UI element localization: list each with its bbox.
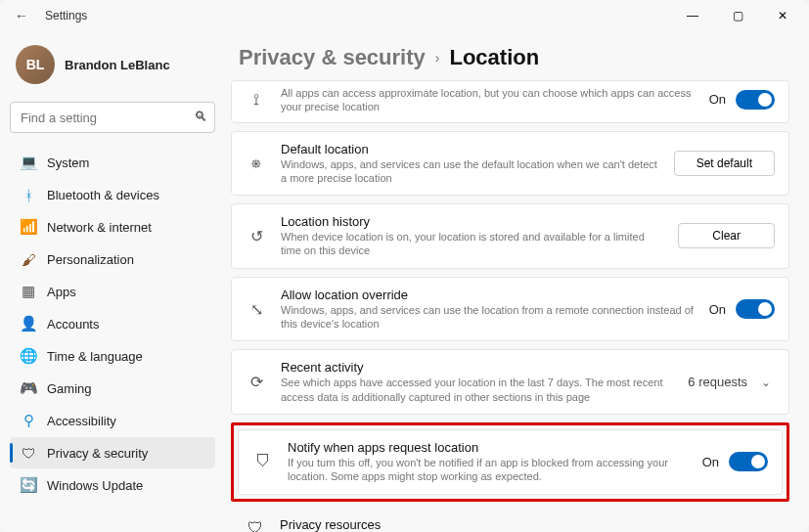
sidebar-item-label: System (47, 155, 89, 170)
main-panel: Privacy & security › Location ⟟ All apps… (225, 31, 809, 532)
profile[interactable]: BL Brandon LeBlanc (10, 39, 215, 90)
card-title: Privacy resources (280, 517, 709, 532)
search-container: 🔍︎ (10, 102, 215, 133)
search-input[interactable] (10, 102, 215, 133)
card-location-history: ↺ Location history When device location … (231, 203, 789, 269)
sidebar-item-system[interactable]: 💻System (10, 147, 215, 178)
card-desc: When device location is on, your locatio… (281, 230, 664, 258)
breadcrumb-parent[interactable]: Privacy & security (239, 45, 426, 70)
settings-window: ← Settings — ▢ ✕ BL Brandon LeBlanc 🔍︎ 💻… (0, 0, 809, 532)
toggle-approximate[interactable] (736, 90, 775, 110)
card-desc: See which apps have accessed your locati… (281, 376, 674, 404)
nav-icon: 📶 (20, 218, 37, 236)
breadcrumb: Privacy & security › Location (231, 31, 789, 80)
nav-icon: 🌐 (20, 347, 37, 365)
request-count: 6 requests (688, 375, 747, 389)
sidebar-item-apps[interactable]: ▦Apps (10, 276, 215, 307)
avatar: BL (16, 45, 55, 84)
nav-icon: 🖌 (20, 250, 37, 268)
profile-name: Brandon LeBlanc (65, 58, 170, 72)
sidebar-item-privacy-security[interactable]: 🛡Privacy & security (10, 437, 215, 468)
sidebar-item-label: Time & language (47, 349, 143, 364)
card-location-override: ⤡ Allow location override Windows, apps,… (231, 277, 789, 342)
maximize-button[interactable]: ▢ (715, 0, 760, 31)
highlight-annotation: ⛉ Notify when apps request location If y… (231, 422, 789, 502)
nav-icon: 👤 (20, 315, 37, 332)
nav-icon: ᚼ (20, 186, 37, 203)
card-default-location: ⎈ Default location Windows, apps, and se… (231, 131, 789, 197)
sidebar-item-label: Apps (47, 285, 76, 299)
sidebar-item-label: Personalization (47, 252, 134, 267)
notify-icon: ⛉ (252, 451, 274, 472)
back-button[interactable]: ← (4, 8, 39, 23)
card-notify-apps: ⛉ Notify when apps request location If y… (238, 429, 783, 495)
sidebar-item-windows-update[interactable]: 🔄Windows Update (10, 469, 215, 501)
toggle-notify[interactable] (729, 452, 768, 471)
sidebar-item-label: Accessibility (47, 414, 116, 428)
close-button[interactable]: ✕ (760, 0, 805, 31)
nav-icon: 🎮 (20, 379, 37, 397)
nav-icon: 🔄 (20, 476, 37, 494)
clock-icon: ⟳ (246, 372, 267, 393)
sidebar: BL Brandon LeBlanc 🔍︎ 💻SystemᚼBluetooth … (0, 31, 225, 532)
card-recent-activity[interactable]: ⟳ Recent activity See which apps have ac… (231, 349, 789, 415)
history-icon: ↺ (246, 225, 267, 246)
sidebar-item-bluetooth-devices[interactable]: ᚼBluetooth & devices (10, 179, 215, 210)
toggle-override[interactable] (736, 299, 775, 319)
search-icon: 🔍︎ (194, 109, 207, 124)
card-privacy-resources: 🛡 Privacy resources About these settings… (231, 510, 789, 532)
sidebar-item-label: Bluetooth & devices (47, 188, 159, 202)
card-desc: Windows, apps, and services can use the … (281, 157, 660, 186)
sidebar-item-accessibility[interactable]: ⚲Accessibility (10, 405, 215, 436)
toggle-state-label: On (709, 92, 726, 107)
titlebar: ← Settings — ▢ ✕ (0, 0, 809, 31)
chevron-right-icon: › (435, 50, 440, 66)
minimize-button[interactable]: — (670, 0, 715, 31)
card-desc: Windows, apps, and services can use the … (281, 303, 696, 332)
sidebar-item-label: Accounts (47, 317, 99, 332)
card-title: Recent activity (281, 360, 674, 375)
sidebar-item-personalization[interactable]: 🖌Personalization (10, 244, 215, 275)
shield-icon: 🛡 (245, 517, 266, 532)
card-approximate-location: ⟟ All apps can access approximate locati… (231, 80, 789, 123)
chevron-down-icon: ⌄ (757, 376, 775, 389)
toggle-state-label: On (709, 302, 726, 317)
nav-icon: 🛡 (20, 444, 37, 462)
card-title: Default location (281, 142, 660, 156)
sidebar-item-label: Network & internet (47, 220, 152, 235)
set-default-button[interactable]: Set default (674, 151, 775, 176)
sidebar-item-accounts[interactable]: 👤Accounts (10, 308, 215, 339)
nav-icon: ▦ (20, 283, 37, 300)
card-desc: All apps can access approximate location… (281, 86, 696, 114)
nav-list: 💻SystemᚼBluetooth & devices📶Network & in… (10, 147, 215, 501)
sidebar-item-label: Windows Update (47, 478, 143, 493)
slider-icon: ⟟ (246, 89, 267, 111)
card-title: Allow location override (281, 288, 696, 302)
sidebar-item-label: Privacy & security (47, 446, 148, 461)
window-title: Settings (45, 9, 87, 22)
map-pin-icon: ⎈ (246, 153, 267, 174)
clear-button[interactable]: Clear (678, 223, 775, 248)
sidebar-item-label: Gaming (47, 381, 92, 396)
sidebar-item-time-language[interactable]: 🌐Time & language (10, 340, 215, 372)
breadcrumb-current: Location (449, 45, 539, 70)
nav-icon: 💻 (20, 154, 37, 171)
card-desc: If you turn this off, you won't be notif… (288, 456, 689, 484)
card-title: Notify when apps request location (288, 440, 689, 455)
sidebar-item-network-internet[interactable]: 📶Network & internet (10, 211, 215, 243)
override-icon: ⤡ (246, 298, 267, 320)
card-title: Location history (281, 214, 664, 229)
sidebar-item-gaming[interactable]: 🎮Gaming (10, 373, 215, 404)
toggle-state-label: On (702, 455, 719, 469)
nav-icon: ⚲ (20, 412, 37, 429)
